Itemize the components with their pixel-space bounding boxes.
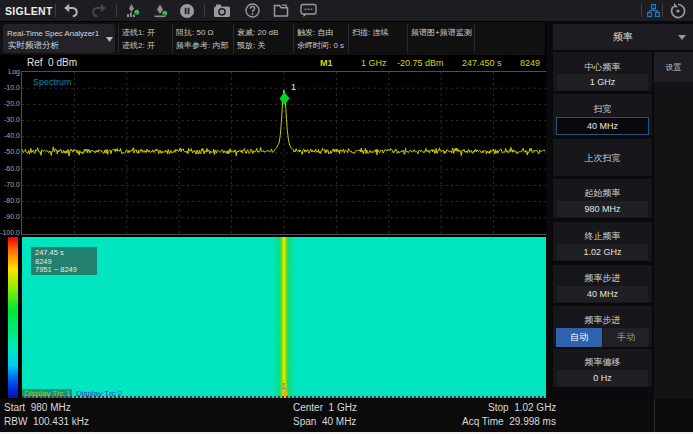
svg-text:1: 1	[291, 82, 296, 92]
